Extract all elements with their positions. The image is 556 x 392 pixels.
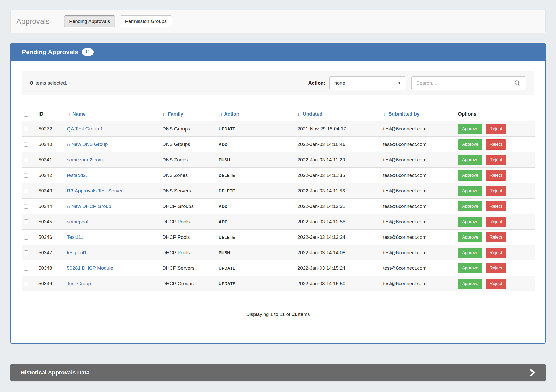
page-header: Approvals Pending Approvals Permission G… <box>10 10 546 33</box>
row-checkbox[interactable] <box>24 219 28 224</box>
row-action: UPDATE <box>219 282 235 286</box>
table-row: 50340 A New DNS Group DNS Groups ADD 202… <box>22 137 535 152</box>
table-row: 50342 testadd2. DNS Zones DELETE 2022-Ja… <box>22 168 535 183</box>
approve-button[interactable]: Approve <box>458 201 482 211</box>
row-submitted-by: test@6connect.com <box>381 199 456 214</box>
row-id: 50344 <box>36 199 65 214</box>
reject-button[interactable]: Reject <box>486 186 506 196</box>
row-family: DHCP Servers <box>160 260 217 276</box>
row-id: 50341 <box>36 152 65 168</box>
table-row: 50349 Test Group DHCP Groups UPDATE 2022… <box>22 276 535 291</box>
row-updated: 2022-Jan-03 14:10:46 <box>295 137 381 152</box>
row-checkbox[interactable] <box>24 189 28 193</box>
action-select[interactable]: none ▼ <box>329 76 406 90</box>
row-id: 50343 <box>36 183 65 199</box>
reject-button[interactable]: Reject <box>486 124 506 134</box>
row-checkbox[interactable] <box>24 266 28 271</box>
sort-icon: ↓↑ <box>219 111 222 117</box>
row-action: ADD <box>219 220 228 224</box>
approve-button[interactable]: Approve <box>458 232 482 242</box>
row-checkbox[interactable] <box>24 173 28 178</box>
reject-button[interactable]: Reject <box>486 248 506 258</box>
approve-button[interactable]: Approve <box>458 139 482 150</box>
row-checkbox[interactable] <box>24 282 28 286</box>
row-family: DHCP Groups <box>160 276 217 291</box>
row-family: DNS Zones <box>160 168 217 183</box>
reject-button[interactable]: Reject <box>486 279 506 289</box>
row-updated: 2022-Jan-03 14:11:23 <box>295 152 381 168</box>
row-checkbox[interactable] <box>24 235 28 240</box>
historical-approvals-bar[interactable]: Historical Approvals Data <box>10 364 546 381</box>
search-button[interactable] <box>509 76 526 90</box>
table-row: 50343 R3-Approvals Test Server DNS Serve… <box>22 183 535 199</box>
select-all-checkbox[interactable] <box>24 112 28 117</box>
row-checkbox[interactable] <box>24 142 28 147</box>
reject-button[interactable]: Reject <box>486 139 506 150</box>
reject-button[interactable]: Reject <box>486 217 506 227</box>
row-family: DHCP Pools <box>160 214 217 230</box>
row-submitted-by: test@6connect.com <box>381 245 456 260</box>
row-updated: 2022-Jan-03 14:12:31 <box>295 199 381 214</box>
column-header-updated[interactable]: ↓↑Updated <box>295 108 381 121</box>
row-family: DNS Servers <box>160 183 217 199</box>
row-family: DHCP Pools <box>160 245 217 260</box>
search-input[interactable] <box>411 76 509 90</box>
row-id: 50342 <box>36 168 65 183</box>
column-header-id: ID <box>36 108 65 121</box>
table-row: 50348 50281 DHCP Module DHCP Servers UPD… <box>22 260 535 276</box>
approve-button[interactable]: Approve <box>458 186 482 196</box>
approve-button[interactable]: Approve <box>458 155 482 165</box>
selected-count: 0 <box>30 80 33 86</box>
approve-button[interactable]: Approve <box>458 217 482 227</box>
row-family: DNS Groups <box>160 137 217 152</box>
row-name-link[interactable]: somepool <box>67 219 88 224</box>
historical-approvals-title: Historical Approvals Data <box>21 369 90 376</box>
row-checkbox[interactable] <box>24 127 28 131</box>
sort-icon: ↓↑ <box>383 111 386 117</box>
column-header-action[interactable]: ↓↑Action <box>217 108 295 121</box>
approve-button[interactable]: Approve <box>458 124 482 134</box>
reject-button[interactable]: Reject <box>486 201 506 211</box>
row-id: 50340 <box>36 137 65 152</box>
tab-permission-groups[interactable]: Permission Groups <box>120 15 172 28</box>
pagination-status: Displaying 1 to 11 of 11 items <box>11 312 545 317</box>
row-checkbox[interactable] <box>24 204 28 209</box>
row-submitted-by: test@6connect.com <box>381 260 456 276</box>
row-name-link[interactable]: A New DHCP Group <box>67 203 111 209</box>
approve-button[interactable]: Approve <box>458 263 482 273</box>
table-row: 50272 QA Test Group 1 DNS Groups UPDATE … <box>22 121 535 137</box>
row-updated: 2022-Jan-03 14:14:08 <box>295 245 381 260</box>
row-id: 50349 <box>36 276 65 291</box>
row-name-link[interactable]: R3-Approvals Test Server <box>67 188 123 193</box>
search-group <box>411 76 526 90</box>
row-id: 50348 <box>36 260 65 276</box>
row-checkbox[interactable] <box>24 158 28 162</box>
row-submitted-by: test@6connect.com <box>381 276 456 291</box>
reject-button[interactable]: Reject <box>486 263 506 273</box>
approve-button[interactable]: Approve <box>458 248 482 258</box>
table-header-row: ID ↓↑Name ↓↑Family ↓↑Action ↓↑Updated ↓↑… <box>22 108 535 121</box>
column-header-family[interactable]: ↓↑Family <box>160 108 217 121</box>
row-name-link[interactable]: Test Group <box>67 281 91 286</box>
column-header-name[interactable]: ↓↑Name <box>65 108 160 121</box>
tab-pending-approvals[interactable]: Pending Approvals <box>64 15 115 28</box>
column-header-submitted-by[interactable]: ↓↑Submitted by <box>381 108 456 121</box>
reject-button[interactable]: Reject <box>486 170 506 181</box>
row-name-link[interactable]: 50281 DHCP Module <box>67 265 113 271</box>
row-updated: 2022-Jan-03 14:11:35 <box>295 168 381 183</box>
approve-button[interactable]: Approve <box>458 279 482 289</box>
row-name-link[interactable]: Test111 <box>67 234 83 240</box>
row-name-link[interactable]: testpool1 <box>67 250 87 255</box>
row-name-link[interactable]: A New DNS Group <box>67 142 108 147</box>
row-name-link[interactable]: QA Test Group 1 <box>67 126 103 132</box>
approve-button[interactable]: Approve <box>458 170 482 181</box>
table-row: 50345 somepool DHCP Pools ADD 2022-Jan-0… <box>22 214 535 230</box>
row-checkbox[interactable] <box>24 250 28 255</box>
reject-button[interactable]: Reject <box>486 155 506 165</box>
row-action: ADD <box>219 204 228 209</box>
row-name-link[interactable]: testadd2. <box>67 173 87 178</box>
row-submitted-by: test@6connect.com <box>381 137 456 152</box>
reject-button[interactable]: Reject <box>486 232 506 242</box>
row-name-link[interactable]: somezone2.com. <box>67 157 104 162</box>
column-header-options: Options <box>456 108 535 121</box>
